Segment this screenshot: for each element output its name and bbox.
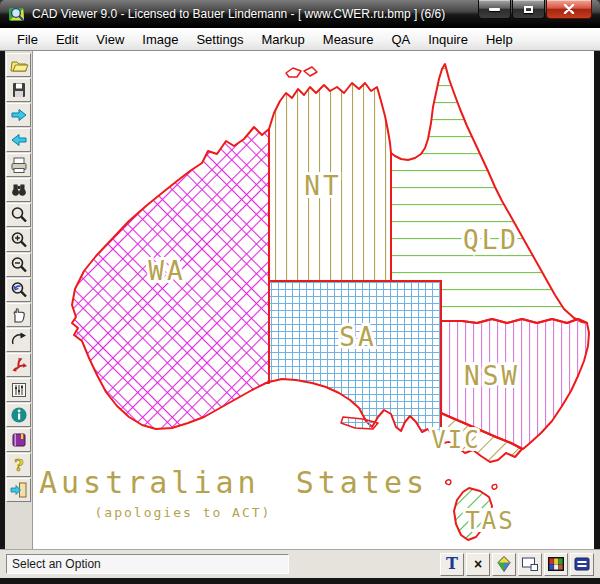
menu-markup[interactable]: Markup: [252, 30, 313, 49]
left-toolbar: ?: [5, 51, 32, 549]
close-button[interactable]: [546, 0, 592, 19]
manual-icon: [9, 430, 29, 450]
find-icon: [9, 180, 29, 200]
minimize-button[interactable]: [478, 0, 511, 19]
state-label-tas: TAS: [465, 507, 514, 535]
state-label-vic: VIC: [431, 426, 480, 454]
drawing-canvas[interactable]: WA NT QLD SA NSW VIC TAS Australian Stat…: [32, 51, 594, 549]
australia-map: WA NT QLD SA NSW VIC TAS Australian Stat…: [33, 51, 594, 549]
help-icon: ?: [9, 455, 29, 475]
maximize-button[interactable]: [512, 0, 545, 19]
svg-text:?: ?: [14, 456, 23, 475]
gem-icon: [495, 555, 513, 573]
text-tool-button[interactable]: T: [440, 553, 464, 576]
status-bar: Select an Option T ×: [0, 549, 600, 578]
state-label-nt: NT: [304, 171, 341, 201]
pan-button[interactable]: [6, 303, 31, 327]
adjustments-button[interactable]: [6, 378, 31, 402]
save-icon: [9, 80, 29, 100]
close-tool-button[interactable]: ×: [466, 553, 490, 576]
gem-tool-button[interactable]: [492, 553, 516, 576]
state-label-nsw: NSW: [464, 361, 520, 391]
menu-help[interactable]: Help: [477, 30, 522, 49]
next-page-icon: [9, 105, 29, 125]
menu-edit[interactable]: Edit: [47, 30, 87, 49]
zoom-previous-button[interactable]: [6, 278, 31, 302]
zoom-window-button[interactable]: [6, 203, 31, 227]
tiles-icon: [547, 555, 565, 573]
exit-icon: [9, 480, 29, 500]
previous-page-icon: [9, 130, 29, 150]
maximize-icon: [524, 6, 533, 13]
window-tool-button[interactable]: [518, 553, 542, 576]
adjustments-icon: [9, 380, 29, 400]
archive-icon: [573, 555, 591, 573]
window-bottom-border: [0, 578, 600, 584]
rotate-view-button[interactable]: [6, 328, 31, 352]
manual-button[interactable]: [6, 428, 31, 452]
exit-button[interactable]: [6, 478, 31, 502]
menu-inquire[interactable]: Inquire: [419, 30, 477, 49]
text-tool-icon: T: [446, 556, 458, 572]
menu-bar: File Edit View Image Settings Markup Mea…: [0, 28, 600, 51]
zoom-in-icon: [9, 230, 29, 250]
tiles-tool-button[interactable]: [544, 553, 568, 576]
print-button[interactable]: [6, 153, 31, 177]
rotate-view-icon: [9, 330, 29, 350]
archive-tool-button[interactable]: [570, 553, 594, 576]
menu-measure[interactable]: Measure: [314, 30, 383, 49]
app-window: CAD Viewer 9.0 - Licensed to Bauer Linde…: [0, 0, 600, 584]
window-controls: [477, 0, 592, 19]
print-icon: [9, 155, 29, 175]
info-button[interactable]: [6, 403, 31, 427]
open-button[interactable]: [6, 53, 31, 77]
save-button[interactable]: [6, 78, 31, 102]
previous-page-button[interactable]: [6, 128, 31, 152]
info-icon: [9, 405, 29, 425]
state-label-sa: SA: [339, 322, 376, 352]
open-icon: [9, 55, 29, 75]
help-button[interactable]: ?: [6, 453, 31, 477]
move-view-icon: [9, 355, 29, 375]
main-area: ?: [0, 51, 600, 549]
title-bar[interactable]: CAD Viewer 9.0 - Licensed to Bauer Linde…: [0, 0, 600, 28]
pan-icon: [9, 305, 29, 325]
state-label-qld: QLD: [463, 225, 519, 255]
zoom-out-button[interactable]: [6, 253, 31, 277]
move-view-button[interactable]: [6, 353, 31, 377]
status-message: Select an Option: [6, 554, 289, 574]
zoom-window-icon: [9, 205, 29, 225]
menu-qa[interactable]: QA: [382, 30, 419, 49]
map-subtitle: (apologies to ACT): [95, 505, 272, 520]
window-title: CAD Viewer 9.0 - Licensed to Bauer Linde…: [32, 7, 445, 21]
map-title: Australian States: [39, 465, 428, 500]
close-tool-icon: ×: [474, 557, 482, 571]
close-icon: [563, 4, 575, 14]
zoom-in-button[interactable]: [6, 228, 31, 252]
zoom-out-icon: [9, 255, 29, 275]
window-tool-icon: [521, 555, 539, 573]
menu-settings[interactable]: Settings: [187, 30, 252, 49]
menu-file[interactable]: File: [8, 30, 47, 49]
next-page-button[interactable]: [6, 103, 31, 127]
menu-image[interactable]: Image: [133, 30, 187, 49]
state-label-wa: WA: [148, 256, 185, 286]
tiwi-islands: [286, 67, 317, 77]
minimize-icon: [489, 8, 500, 11]
app-icon: [8, 5, 26, 23]
menu-view[interactable]: View: [87, 30, 133, 49]
find-button[interactable]: [6, 178, 31, 202]
zoom-previous-icon: [9, 280, 29, 300]
